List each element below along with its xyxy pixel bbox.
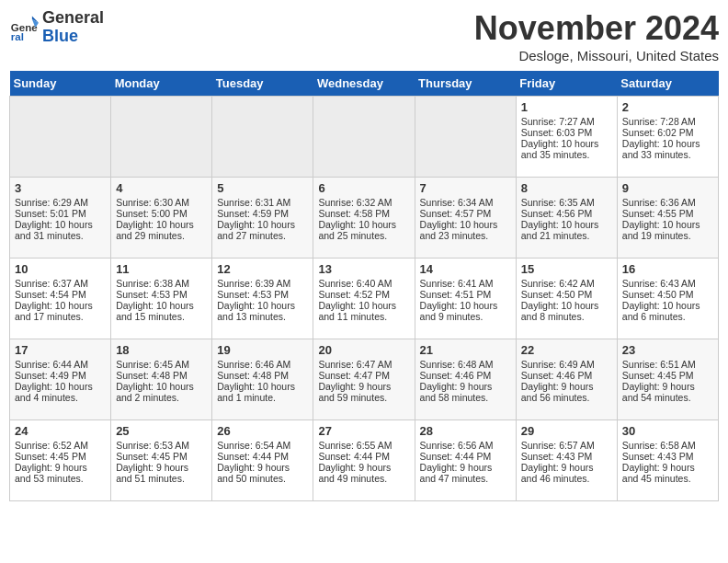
day-number: 25 <box>116 424 207 438</box>
day-number: 4 <box>116 181 207 195</box>
day-number: 28 <box>420 424 511 438</box>
sunrise-text: Sunrise: 6:43 AM <box>622 278 696 289</box>
day-number: 13 <box>318 262 409 276</box>
day-number: 10 <box>15 262 106 276</box>
sunrise-text: Sunrise: 6:56 AM <box>420 440 494 451</box>
daylight-text: Daylight: 10 hours and 25 minutes. <box>318 219 396 241</box>
day-number: 7 <box>420 181 511 195</box>
sunrise-text: Sunrise: 6:55 AM <box>318 440 392 451</box>
calendar-cell <box>415 97 516 178</box>
day-number: 6 <box>318 181 409 195</box>
day-number: 26 <box>217 424 308 438</box>
daylight-text: Daylight: 10 hours and 31 minutes. <box>15 219 93 241</box>
logo: Gene ral General Blue <box>9 9 104 46</box>
sunrise-text: Sunrise: 6:42 AM <box>521 278 595 289</box>
sunset-text: Sunset: 4:50 PM <box>521 289 593 300</box>
day-number: 2 <box>622 100 713 114</box>
weekday-header: Friday <box>516 71 617 97</box>
sunset-text: Sunset: 4:52 PM <box>318 289 390 300</box>
sunrise-text: Sunrise: 7:27 AM <box>521 116 595 127</box>
sunset-text: Sunset: 4:59 PM <box>217 208 289 219</box>
sunset-text: Sunset: 4:46 PM <box>521 370 593 381</box>
calendar-cell: 1Sunrise: 7:27 AMSunset: 6:03 PMDaylight… <box>516 97 617 178</box>
day-number: 29 <box>521 424 612 438</box>
logo-text: General Blue <box>42 9 104 46</box>
calendar-week-row: 10Sunrise: 6:37 AMSunset: 4:54 PMDayligh… <box>10 259 719 339</box>
month-title: November 2024 <box>474 9 719 48</box>
sunset-text: Sunset: 4:56 PM <box>521 208 593 219</box>
day-number: 21 <box>420 343 511 357</box>
sunrise-text: Sunrise: 6:36 AM <box>622 197 696 208</box>
day-number: 9 <box>622 181 713 195</box>
calendar-cell: 24Sunrise: 6:52 AMSunset: 4:45 PMDayligh… <box>10 420 111 501</box>
sunrise-text: Sunrise: 6:29 AM <box>15 197 88 208</box>
day-number: 11 <box>116 262 207 276</box>
daylight-text: Daylight: 10 hours and 27 minutes. <box>217 219 295 241</box>
calendar-cell: 8Sunrise: 6:35 AMSunset: 4:56 PMDaylight… <box>516 178 617 259</box>
calendar-cell: 26Sunrise: 6:54 AMSunset: 4:44 PMDayligh… <box>212 420 313 501</box>
calendar-cell: 25Sunrise: 6:53 AMSunset: 4:45 PMDayligh… <box>111 420 212 501</box>
sunset-text: Sunset: 4:45 PM <box>15 451 86 462</box>
sunset-text: Sunset: 4:46 PM <box>420 370 492 381</box>
sunset-text: Sunset: 6:02 PM <box>622 127 694 138</box>
sunset-text: Sunset: 4:43 PM <box>622 451 694 462</box>
sunrise-text: Sunrise: 6:47 AM <box>318 359 392 370</box>
daylight-text: Daylight: 9 hours and 50 minutes. <box>217 462 290 484</box>
daylight-text: Daylight: 10 hours and 2 minutes. <box>116 381 194 403</box>
sunset-text: Sunset: 4:44 PM <box>420 451 492 462</box>
day-number: 24 <box>15 424 106 438</box>
sunrise-text: Sunrise: 6:37 AM <box>15 278 88 289</box>
sunrise-text: Sunrise: 6:51 AM <box>622 359 696 370</box>
daylight-text: Daylight: 10 hours and 9 minutes. <box>420 300 498 322</box>
day-number: 19 <box>217 343 308 357</box>
sunrise-text: Sunrise: 6:39 AM <box>217 278 290 289</box>
calendar-cell: 18Sunrise: 6:45 AMSunset: 4:48 PMDayligh… <box>111 339 212 420</box>
svg-text:ral: ral <box>11 31 24 42</box>
calendar-cell: 16Sunrise: 6:43 AMSunset: 4:50 PMDayligh… <box>617 259 718 339</box>
sunrise-text: Sunrise: 6:45 AM <box>116 359 189 370</box>
day-number: 18 <box>116 343 207 357</box>
day-number: 22 <box>521 343 612 357</box>
daylight-text: Daylight: 10 hours and 6 minutes. <box>622 300 700 322</box>
calendar-cell: 28Sunrise: 6:56 AMSunset: 4:44 PMDayligh… <box>415 420 516 501</box>
daylight-text: Daylight: 9 hours and 46 minutes. <box>521 462 594 484</box>
daylight-text: Daylight: 9 hours and 54 minutes. <box>622 381 695 403</box>
calendar-cell: 29Sunrise: 6:57 AMSunset: 4:43 PMDayligh… <box>516 420 617 501</box>
sunset-text: Sunset: 4:50 PM <box>622 289 694 300</box>
sunrise-text: Sunrise: 6:34 AM <box>420 197 494 208</box>
calendar-week-row: 1Sunrise: 7:27 AMSunset: 6:03 PMDaylight… <box>10 97 719 178</box>
calendar-cell: 23Sunrise: 6:51 AMSunset: 4:45 PMDayligh… <box>617 339 718 420</box>
daylight-text: Daylight: 10 hours and 33 minutes. <box>622 138 700 160</box>
sunrise-text: Sunrise: 6:53 AM <box>116 440 189 451</box>
day-number: 5 <box>217 181 308 195</box>
day-number: 3 <box>15 181 106 195</box>
sunset-text: Sunset: 4:45 PM <box>116 451 188 462</box>
daylight-text: Daylight: 10 hours and 8 minutes. <box>521 300 599 322</box>
daylight-text: Daylight: 10 hours and 35 minutes. <box>521 138 599 160</box>
calendar-week-row: 24Sunrise: 6:52 AMSunset: 4:45 PMDayligh… <box>10 420 719 501</box>
calendar-cell: 14Sunrise: 6:41 AMSunset: 4:51 PMDayligh… <box>415 259 516 339</box>
day-number: 17 <box>15 343 106 357</box>
calendar-cell: 5Sunrise: 6:31 AMSunset: 4:59 PMDaylight… <box>212 178 313 259</box>
sunrise-text: Sunrise: 6:31 AM <box>217 197 290 208</box>
sunset-text: Sunset: 4:55 PM <box>622 208 694 219</box>
day-number: 20 <box>318 343 409 357</box>
sunrise-text: Sunrise: 6:48 AM <box>420 359 494 370</box>
location: Desloge, Missouri, United States <box>474 48 719 63</box>
calendar-cell <box>111 97 212 178</box>
title-section: November 2024 Desloge, Missouri, United … <box>474 9 719 63</box>
calendar-cell: 21Sunrise: 6:48 AMSunset: 4:46 PMDayligh… <box>415 339 516 420</box>
sunset-text: Sunset: 4:58 PM <box>318 208 390 219</box>
sunrise-text: Sunrise: 6:32 AM <box>318 197 392 208</box>
day-number: 12 <box>217 262 308 276</box>
day-number: 30 <box>622 424 713 438</box>
calendar-cell: 27Sunrise: 6:55 AMSunset: 4:44 PMDayligh… <box>313 420 415 501</box>
daylight-text: Daylight: 9 hours and 58 minutes. <box>420 381 493 403</box>
sunrise-text: Sunrise: 6:40 AM <box>318 278 392 289</box>
daylight-text: Daylight: 10 hours and 15 minutes. <box>116 300 194 322</box>
day-number: 14 <box>420 262 511 276</box>
sunset-text: Sunset: 4:51 PM <box>420 289 492 300</box>
sunset-text: Sunset: 4:43 PM <box>521 451 593 462</box>
calendar-cell: 11Sunrise: 6:38 AMSunset: 4:53 PMDayligh… <box>111 259 212 339</box>
daylight-text: Daylight: 10 hours and 13 minutes. <box>217 300 295 322</box>
